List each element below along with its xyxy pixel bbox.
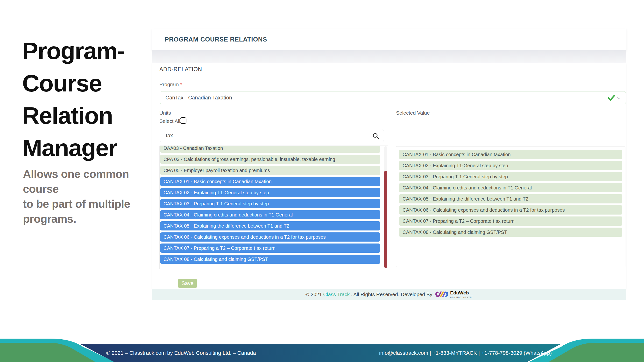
eduweb-logo-icon bbox=[435, 290, 449, 299]
select-all-label: Select All bbox=[159, 118, 180, 124]
program-label: Program* bbox=[159, 82, 182, 87]
unit-item[interactable]: CPA 03 - Calculations of gross earnings,… bbox=[160, 155, 380, 164]
units-label: Units bbox=[159, 110, 171, 116]
eduweb-logo: EduWeb CONSULTING LTD. bbox=[435, 290, 472, 299]
program-select-value: CanTax - Canadian Taxation bbox=[166, 91, 232, 104]
bottom-bar-copyright: © 2021 – Classtrack.com by EduWeb Consul… bbox=[106, 350, 254, 356]
units-scrollbar-track[interactable] bbox=[384, 146, 387, 268]
required-asterisk: * bbox=[180, 82, 182, 87]
units-search-box bbox=[160, 129, 384, 142]
selected-item: CANTAX 03 - Preparing T-1 General step b… bbox=[399, 172, 622, 181]
selected-item: CANTAX 01 - Basic concepts in Canadian t… bbox=[399, 150, 622, 159]
unit-item[interactable]: CANTAX 07 - Preparing a T2 – Corporate t… bbox=[160, 244, 380, 253]
selected-item: CANTAX 07 - Preparing a T2 – Corporate t… bbox=[399, 217, 622, 226]
hero-subtitle: Allows one common course to be part of m… bbox=[23, 167, 158, 226]
units-search-input[interactable] bbox=[166, 129, 369, 142]
hero-title-line: Relation bbox=[22, 99, 158, 132]
add-relation-card: ADD-RELATION Program* CanTax - Canadian … bbox=[152, 63, 626, 289]
app-header-bar: PROGRAM COURSE RELATIONS bbox=[152, 28, 626, 50]
program-select[interactable]: CanTax - Canadian Taxation bbox=[160, 91, 626, 104]
bottom-bar-contact: info@classtrack.com | +1-833-MYTRACK | +… bbox=[379, 350, 534, 356]
unit-item[interactable]: CPA 05 - Employer payroll taxation and p… bbox=[160, 166, 380, 175]
slide: { "hero": { "lines": ["Program-", "Cours… bbox=[0, 0, 644, 362]
unit-item[interactable]: CANTAX 04 - Claiming credits and deducti… bbox=[160, 210, 380, 219]
selected-item: CANTAX 06 - Calculating expenses and ded… bbox=[399, 205, 622, 215]
selected-value-label: Selected Value bbox=[396, 110, 430, 116]
units-list-wrap: DAA03 - Canadian TaxationCPA 03 - Calcul… bbox=[159, 145, 388, 269]
hero-title: Program- Course Relation Manager bbox=[22, 35, 158, 164]
units-scrollbar-thumb[interactable] bbox=[384, 171, 387, 268]
selected-item: CANTAX 05 - Explaining the difference be… bbox=[399, 194, 622, 203]
hero-title-line: Manager bbox=[22, 132, 158, 164]
unit-item[interactable]: CANTAX 03 - Preparing T-1 General step b… bbox=[160, 199, 380, 208]
app-background-strip bbox=[152, 50, 626, 63]
units-list: DAA03 - Canadian TaxationCPA 03 - Calcul… bbox=[160, 145, 388, 264]
chevron-down-icon bbox=[617, 97, 620, 99]
footer-copyright-suffix: . All Rights Reserved. Developed By bbox=[351, 292, 432, 297]
footer-brand-link[interactable]: Class Track bbox=[323, 292, 350, 297]
unit-item[interactable]: CANTAX 01 - Basic concepts in Canadian t… bbox=[160, 177, 380, 186]
bottom-banner bbox=[0, 333, 644, 362]
selected-item: CANTAX 02 - Explaining T1-General step b… bbox=[399, 161, 622, 170]
unit-item[interactable]: CANTAX 02 - Explaining T1-General step b… bbox=[160, 188, 380, 197]
hero-title-line: Course bbox=[22, 67, 158, 99]
divider bbox=[152, 77, 626, 77]
unit-item[interactable]: CANTAX 05 - Explaining the difference be… bbox=[160, 221, 380, 231]
unit-item[interactable]: DAA03 - Canadian Taxation bbox=[160, 145, 380, 153]
eduweb-logo-text: EduWeb CONSULTING LTD. bbox=[450, 291, 472, 298]
section-title: ADD-RELATION bbox=[159, 66, 202, 73]
selected-item: CANTAX 04 - Claiming credits and deducti… bbox=[399, 183, 622, 192]
hero-title-line: Program- bbox=[22, 35, 158, 67]
select-all-checkbox[interactable] bbox=[180, 117, 186, 124]
unit-item[interactable]: CANTAX 08 - Calculating and claiming GST… bbox=[160, 255, 380, 264]
footer-copyright-prefix: © 2021 bbox=[306, 292, 322, 297]
save-button[interactable]: Save bbox=[178, 279, 197, 288]
selected-item: CANTAX 08 - Calculating and claiming GST… bbox=[399, 228, 622, 237]
app-footer: © 2021 Class Track . All Rights Reserved… bbox=[152, 289, 626, 300]
selected-values-list: CANTAX 01 - Basic concepts in Canadian t… bbox=[396, 146, 626, 267]
page-title: PROGRAM COURSE RELATIONS bbox=[165, 28, 267, 50]
valid-check-icon bbox=[608, 95, 615, 101]
unit-item[interactable]: CANTAX 06 - Calculating expenses and ded… bbox=[160, 232, 380, 242]
search-icon[interactable] bbox=[372, 133, 379, 139]
